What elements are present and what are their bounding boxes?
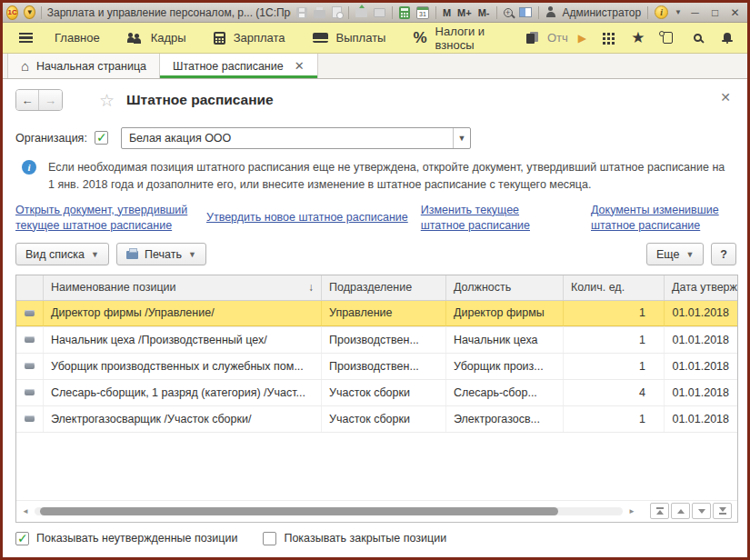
favorite-star-icon[interactable]: ☆: [99, 90, 115, 111]
memory-plus-button[interactable]: M+: [457, 7, 472, 18]
back-button[interactable]: ←: [16, 90, 39, 110]
table-row[interactable]: Слесарь-сборщик, 1 разряд (категория) /У…: [16, 380, 737, 406]
go-up-button[interactable]: [671, 503, 690, 519]
cell-name[interactable]: Директор фирмы /Управление/: [44, 301, 322, 326]
filter-closed[interactable]: Показывать закрытые позиции: [263, 532, 446, 545]
column-name[interactable]: Наименование позиции↓: [44, 275, 322, 300]
info-button[interactable]: i: [655, 5, 668, 19]
cell-department[interactable]: Управление: [322, 301, 446, 326]
organization-checkbox[interactable]: [95, 131, 108, 145]
info-dropdown-icon[interactable]: ▼: [675, 8, 682, 16]
window-title: Зарплата и управление персоналом, р... (…: [47, 6, 291, 19]
cell-department[interactable]: Производствен...: [322, 327, 446, 353]
menu-sections-button[interactable]: [19, 33, 33, 43]
save-icon[interactable]: [296, 7, 307, 18]
list-toolbar: Вид списка▼ Печать▼ Еще▼ ?: [15, 243, 736, 266]
cell-department[interactable]: Производствен...: [322, 354, 446, 379]
chevron-down-icon[interactable]: ▼: [453, 128, 470, 148]
column-icon[interactable]: [16, 275, 44, 300]
split-window-icon[interactable]: [519, 7, 532, 17]
maximize-button[interactable]: □: [708, 6, 722, 19]
table-row[interactable]: Начальник цеха /Производственный цех/ Пр…: [16, 327, 737, 354]
menu-item-nalogi[interactable]: %Налоги и взносы: [413, 25, 498, 52]
cell-date[interactable]: 01.01.2018: [665, 406, 737, 432]
link-change-current-schedule[interactable]: Изменить текущее штатное расписание: [421, 203, 537, 234]
link-changing-documents[interactable]: Документы изменившие штатное расписание: [591, 203, 729, 234]
table-row[interactable]: Директор фирмы /Управление/ Управление Д…: [16, 301, 737, 327]
column-position[interactable]: Должность: [446, 275, 564, 300]
print-icon[interactable]: [314, 10, 325, 18]
cell-position[interactable]: Начальник цеха: [446, 327, 564, 353]
form-close-button[interactable]: ✕: [720, 90, 731, 105]
scroll-right-icon[interactable]: ►: [628, 507, 635, 515]
history-button[interactable]: [660, 32, 675, 44]
scrollbar-thumb[interactable]: [40, 507, 557, 515]
memory-minus-button[interactable]: M-: [478, 7, 490, 18]
column-department[interactable]: Подразделение: [322, 275, 446, 300]
tab-close-icon[interactable]: ✕: [295, 59, 305, 73]
cell-name[interactable]: Электрогазосварщик /Участок сборки/: [44, 406, 322, 432]
cell-count[interactable]: 1: [564, 354, 665, 379]
close-button[interactable]: ✕: [728, 6, 742, 19]
1c-logo-icon: 1С: [6, 5, 18, 20]
cell-date[interactable]: 01.01.2018: [665, 380, 737, 405]
menu-item-glavnoe[interactable]: Главное: [55, 31, 100, 45]
cell-department[interactable]: Участок сборки: [322, 380, 446, 405]
cell-count[interactable]: 1: [564, 327, 665, 353]
zoom-icon[interactable]: +: [504, 8, 513, 17]
all-functions-button[interactable]: [601, 32, 616, 45]
cell-position[interactable]: Электрогазосв...: [446, 406, 564, 432]
cell-department[interactable]: Участок сборки: [322, 406, 446, 432]
column-approval-date[interactable]: Дата утверж: [665, 275, 737, 300]
cell-position[interactable]: Уборщик произ...: [446, 354, 564, 379]
cell-count[interactable]: 1: [564, 301, 665, 326]
menu-item-kadry[interactable]: Кадры: [127, 31, 186, 45]
search-button[interactable]: [690, 34, 705, 42]
go-last-button[interactable]: [713, 503, 732, 519]
cell-date[interactable]: 01.01.2018: [665, 301, 737, 326]
cell-name[interactable]: Начальник цеха /Производственный цех/: [44, 327, 322, 353]
more-button[interactable]: Еще▼: [646, 243, 704, 265]
show-unapproved-checkbox[interactable]: [15, 532, 29, 545]
horizontal-scrollbar[interactable]: [35, 507, 623, 515]
notifications-button[interactable]: [719, 32, 735, 45]
table-row[interactable]: Электрогазосварщик /Участок сборки/ Учас…: [16, 406, 737, 433]
filter-unapproved[interactable]: Показывать неутвержденные позиции: [15, 532, 237, 545]
calculator-icon[interactable]: [399, 6, 410, 19]
table-row[interactable]: Уборщик производственных и служебных пом…: [16, 354, 737, 380]
menu-item-zarplata[interactable]: Зарплата: [214, 31, 285, 45]
tab-staffing[interactable]: Штатное расписание ✕: [160, 54, 318, 78]
forward-button[interactable]: →: [39, 90, 62, 110]
overflow-arrow-icon[interactable]: ▶: [578, 32, 586, 45]
go-first-button[interactable]: [650, 503, 669, 519]
show-closed-checkbox[interactable]: [263, 532, 276, 545]
column-count[interactable]: Колич. ед.: [564, 275, 665, 300]
print-preview-icon[interactable]: [332, 6, 342, 18]
go-down-button[interactable]: [692, 503, 711, 519]
tab-home[interactable]: ⌂ Начальная страница: [7, 54, 160, 78]
cell-name[interactable]: Уборщик производственных и служебных пом…: [44, 354, 322, 379]
calendar-icon[interactable]: 31: [416, 6, 429, 19]
exchange-icon[interactable]: [355, 8, 367, 17]
menu-item-otchetnost[interactable]: Отч▶: [526, 31, 586, 45]
print-button[interactable]: Печать▼: [116, 243, 206, 265]
help-button[interactable]: ?: [711, 243, 736, 265]
scroll-left-icon[interactable]: ◄: [22, 507, 29, 515]
cell-position[interactable]: Директор фирмы: [446, 301, 564, 326]
memory-button[interactable]: M: [443, 7, 451, 18]
cell-name[interactable]: Слесарь-сборщик, 1 разряд (категория) /У…: [44, 380, 322, 405]
cell-count[interactable]: 4: [564, 380, 665, 405]
cell-date[interactable]: 01.01.2018: [665, 354, 737, 379]
link-open-approving-document[interactable]: Открыть документ, утвердивший текущее шт…: [15, 203, 194, 234]
cell-count[interactable]: 1: [564, 406, 665, 432]
cell-position[interactable]: Слесарь-сбор...: [446, 380, 564, 405]
menu-item-vyplaty[interactable]: Выплаты: [313, 31, 386, 45]
list-view-button[interactable]: Вид списка▼: [15, 243, 109, 265]
organization-combobox[interactable]: Белая акация ООО ▼: [121, 127, 471, 149]
cell-date[interactable]: 01.01.2018: [665, 327, 737, 353]
mail-icon[interactable]: [374, 8, 385, 17]
minimize-button[interactable]: ─: [688, 6, 702, 19]
main-menu-dropdown-button[interactable]: ▼: [24, 5, 35, 19]
favorites-button[interactable]: ★: [631, 32, 646, 45]
link-approve-new-schedule[interactable]: Утвердить новое штатное расписание: [206, 210, 408, 225]
